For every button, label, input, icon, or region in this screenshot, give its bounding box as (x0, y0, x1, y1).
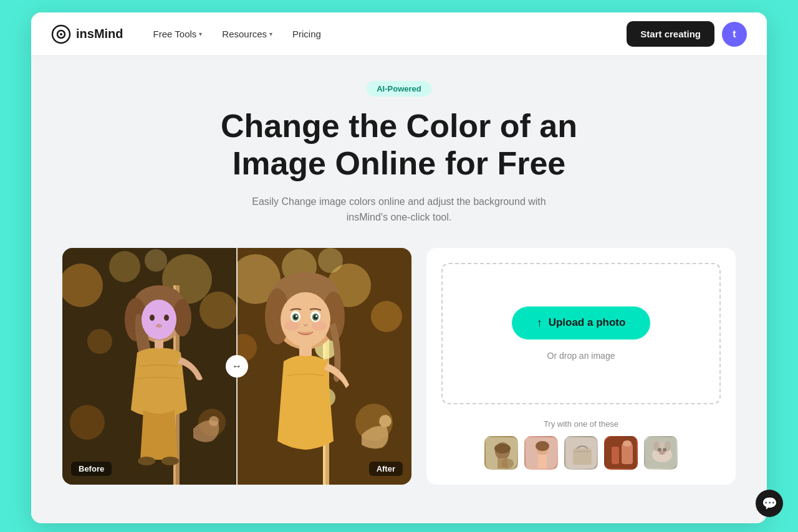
before-label: Before (71, 462, 112, 476)
logo[interactable]: insMind (51, 24, 123, 44)
thumb-svg-3 (565, 437, 598, 470)
before-after-inner: ↔ Before After (62, 248, 411, 485)
try-label: Try with one of these (441, 419, 721, 429)
svg-rect-72 (538, 455, 547, 468)
main-content: AI-Powered Change the Color of an Image … (31, 56, 767, 516)
try-section: Try with one of these (441, 419, 721, 470)
svg-point-33 (371, 301, 402, 332)
svg-point-22 (150, 315, 155, 321)
sample-image-2[interactable] (524, 436, 558, 470)
svg-point-11 (145, 249, 167, 272)
logo-text-label: insMind (76, 27, 123, 41)
thumb-svg-5 (645, 437, 678, 470)
svg-point-26 (138, 457, 155, 465)
svg-point-46 (284, 321, 299, 331)
svg-rect-74 (573, 449, 592, 465)
upload-photo-button[interactable]: ↑ Upload a photo (512, 306, 651, 340)
nav-free-tools[interactable]: Free Tools ▾ (153, 29, 203, 39)
svg-point-2 (60, 33, 62, 36)
chat-support-button[interactable]: 💬 (756, 490, 783, 517)
nav-resources[interactable]: Resources ▾ (222, 29, 272, 39)
svg-point-10 (87, 329, 112, 354)
svg-point-55 (315, 315, 317, 317)
svg-point-35 (318, 248, 343, 273)
svg-point-28 (209, 416, 219, 426)
svg-point-47 (312, 321, 327, 331)
logo-icon (51, 24, 71, 44)
sample-image-3[interactable] (564, 436, 598, 470)
sample-image-5[interactable] (644, 436, 678, 470)
nav-pricing[interactable]: Pricing (292, 29, 321, 39)
svg-point-54 (314, 315, 318, 320)
before-after-panel: ↔ Before After (62, 248, 411, 485)
svg-point-24 (156, 324, 162, 328)
browser-window: insMind Free Tools ▾ Resources ▾ Pricing… (31, 12, 767, 523)
svg-point-86 (663, 448, 666, 452)
thumb-svg-4 (605, 437, 638, 470)
drop-text: Or drop an image (547, 351, 615, 361)
svg-point-12 (70, 405, 105, 440)
sample-image-4[interactable] (604, 436, 638, 470)
nav-links: Free Tools ▾ Resources ▾ Pricing (153, 29, 627, 39)
svg-rect-77 (612, 447, 619, 464)
svg-point-45 (281, 292, 330, 347)
svg-point-68 (501, 458, 514, 468)
svg-point-51 (296, 315, 297, 317)
carousel-scene-svg: ↔ (62, 248, 411, 485)
thumb-svg-2 (526, 437, 558, 470)
sample-images (441, 436, 721, 470)
svg-point-50 (294, 315, 298, 320)
ai-badge: AI-Powered (367, 81, 431, 97)
hero-subtitle: Easily Change image colors online and ad… (237, 194, 561, 226)
after-label: After (369, 462, 403, 476)
svg-rect-75 (575, 451, 590, 452)
nav-actions: Start creating t (627, 21, 747, 47)
svg-point-87 (660, 451, 665, 455)
bottom-section: ↔ Before After ↑ Upload a photo Or drop … (62, 248, 736, 485)
hero-section: AI-Powered Change the Color of an Image … (62, 81, 736, 226)
svg-point-21 (142, 300, 176, 340)
thumb-svg-1 (486, 437, 518, 470)
start-creating-button[interactable]: Start creating (627, 21, 714, 47)
svg-point-79 (623, 440, 632, 447)
svg-point-85 (658, 448, 661, 452)
navbar: insMind Free Tools ▾ Resources ▾ Pricing… (31, 12, 767, 56)
svg-text:↔: ↔ (232, 361, 242, 371)
svg-point-23 (164, 315, 169, 321)
svg-point-60 (379, 415, 392, 427)
svg-point-7 (109, 251, 140, 282)
svg-point-27 (161, 457, 179, 465)
upload-dropzone[interactable]: ↑ Upload a photo Or drop an image (441, 263, 721, 404)
chat-icon: 💬 (762, 496, 777, 511)
svg-point-67 (494, 444, 511, 454)
chevron-down-icon: ▾ (269, 31, 272, 37)
hero-title: Change the Color of an Image Online for … (62, 108, 736, 183)
upload-arrow-icon: ↑ (537, 316, 542, 330)
chevron-down-icon: ▾ (199, 31, 202, 37)
avatar[interactable]: t (722, 22, 747, 47)
upload-panel: ↑ Upload a photo Or drop an image Try wi… (426, 248, 736, 485)
sample-image-1[interactable] (484, 436, 518, 470)
svg-point-71 (536, 441, 549, 451)
svg-point-9 (200, 292, 237, 329)
